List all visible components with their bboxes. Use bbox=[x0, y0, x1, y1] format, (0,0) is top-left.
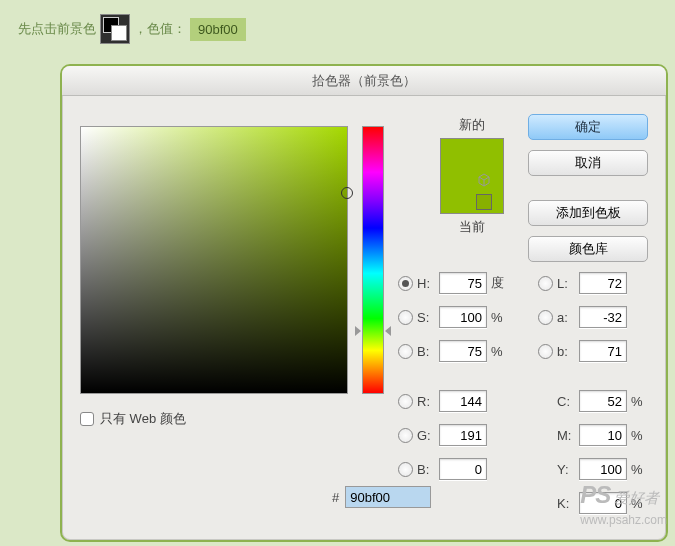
k-unit: % bbox=[627, 496, 649, 511]
mode-h-radio[interactable] bbox=[398, 276, 413, 291]
hex-row: # bbox=[332, 486, 431, 508]
field-cursor-icon bbox=[341, 187, 353, 199]
l-input[interactable] bbox=[579, 272, 627, 294]
svg-line-1 bbox=[479, 177, 484, 180]
instruction-after: ，色值： bbox=[134, 20, 186, 38]
mode-r-radio[interactable] bbox=[398, 394, 413, 409]
s-input[interactable] bbox=[439, 306, 487, 328]
mode-l-radio[interactable] bbox=[538, 276, 553, 291]
r-label: R: bbox=[417, 394, 439, 409]
button-column: 确定 取消 添加到色板 颜色库 bbox=[528, 114, 648, 262]
cancel-button[interactable]: 取消 bbox=[528, 150, 648, 176]
lab-column: L: a: b: bbox=[538, 266, 649, 368]
m-input[interactable] bbox=[579, 424, 627, 446]
cmyk-column: C: % M: % Y: % K: bbox=[538, 384, 649, 520]
c-input[interactable] bbox=[579, 390, 627, 412]
m-label: M: bbox=[557, 428, 579, 443]
m-unit: % bbox=[627, 428, 649, 443]
mode-s-radio[interactable] bbox=[398, 310, 413, 325]
s-unit: % bbox=[487, 310, 509, 325]
h-input[interactable] bbox=[439, 272, 487, 294]
svg-line-2 bbox=[484, 177, 489, 180]
preview-new-color bbox=[441, 139, 503, 176]
instruction-before: 先点击前景色 bbox=[18, 20, 96, 38]
l-label: L: bbox=[557, 276, 579, 291]
b-label: B: bbox=[417, 344, 439, 359]
y-input[interactable] bbox=[579, 458, 627, 480]
preview-block: 新的 当前 bbox=[402, 116, 542, 240]
preview-new-label: 新的 bbox=[459, 116, 485, 134]
hex-prefix: # bbox=[332, 490, 339, 505]
rgb-b-input[interactable] bbox=[439, 458, 487, 480]
instruction-bar: 先点击前景色 ，色值： 90bf00 bbox=[0, 0, 675, 54]
web-only-row: 只有 Web 颜色 bbox=[80, 410, 186, 428]
add-to-swatches-button[interactable]: 添加到色板 bbox=[528, 200, 648, 226]
foreground-swatch-icon bbox=[100, 14, 130, 44]
s-label: S: bbox=[417, 310, 439, 325]
y-unit: % bbox=[627, 462, 649, 477]
preview-current-label: 当前 bbox=[459, 218, 485, 236]
preview-current-color bbox=[441, 176, 503, 213]
preview-swatch bbox=[440, 138, 504, 214]
web-only-checkbox[interactable] bbox=[80, 412, 94, 426]
gamut-warning-icon[interactable] bbox=[476, 172, 492, 188]
lab-b-label: b: bbox=[557, 344, 579, 359]
window-title: 拾色器（前景色） bbox=[62, 66, 666, 96]
mode-a-radio[interactable] bbox=[538, 310, 553, 325]
h-unit: 度 bbox=[487, 274, 509, 292]
g-input[interactable] bbox=[439, 424, 487, 446]
color-field[interactable] bbox=[80, 126, 348, 394]
a-label: a: bbox=[557, 310, 579, 325]
b-unit: % bbox=[487, 344, 509, 359]
b-input[interactable] bbox=[439, 340, 487, 362]
ok-button[interactable]: 确定 bbox=[528, 114, 648, 140]
mode-g-radio[interactable] bbox=[398, 428, 413, 443]
k-label: K: bbox=[557, 496, 579, 511]
y-label: Y: bbox=[557, 462, 579, 477]
web-only-label: 只有 Web 颜色 bbox=[100, 410, 186, 428]
instruction-value: 90bf00 bbox=[190, 18, 246, 41]
rgb-column: R: G: B: bbox=[398, 384, 509, 486]
c-label: C: bbox=[557, 394, 579, 409]
hex-input[interactable] bbox=[345, 486, 431, 508]
lab-b-input[interactable] bbox=[579, 340, 627, 362]
picker-body: 新的 当前 确定 取消 添加到色板 颜色库 H: 度 bbox=[62, 96, 666, 540]
rgb-b-label: B: bbox=[417, 462, 439, 477]
a-input[interactable] bbox=[579, 306, 627, 328]
hue-slider[interactable] bbox=[362, 126, 384, 394]
hsb-column: H: 度 S: % B: % bbox=[398, 266, 509, 368]
web-safe-swatch-icon[interactable] bbox=[476, 194, 492, 210]
mode-b-radio[interactable] bbox=[398, 344, 413, 359]
color-picker-window: 拾色器（前景色） 新的 当前 确定 取消 添加到色板 颜色库 bbox=[60, 64, 668, 542]
r-input[interactable] bbox=[439, 390, 487, 412]
k-input[interactable] bbox=[579, 492, 627, 514]
c-unit: % bbox=[627, 394, 649, 409]
h-label: H: bbox=[417, 276, 439, 291]
g-label: G: bbox=[417, 428, 439, 443]
mode-rgb-b-radio[interactable] bbox=[398, 462, 413, 477]
mode-lab-b-radio[interactable] bbox=[538, 344, 553, 359]
